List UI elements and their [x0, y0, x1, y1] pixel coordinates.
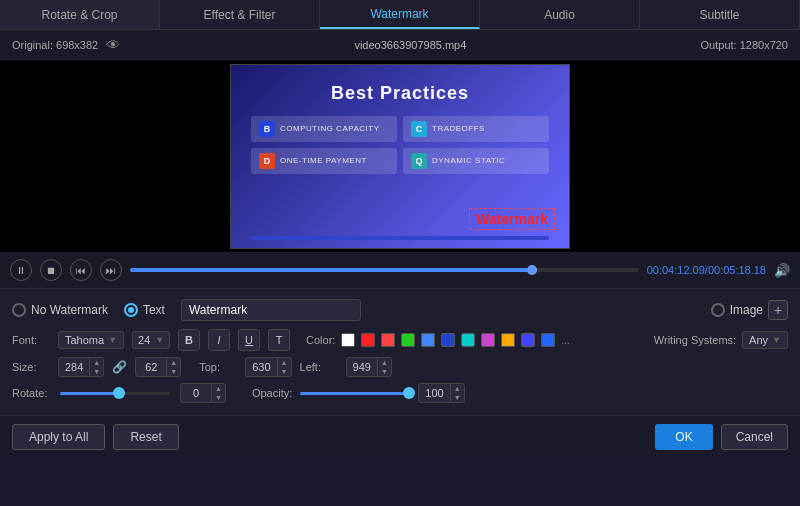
left-up[interactable]: ▲: [378, 358, 391, 367]
color-swatch-white[interactable]: [341, 333, 355, 347]
opacity-down[interactable]: ▼: [451, 393, 464, 402]
color-swatch-blue4[interactable]: [541, 333, 555, 347]
playback-row: ⏸ ⏹ ⏮ ⏭ 00:04:12.09/00:05:18.18 🔊: [0, 252, 800, 288]
left-buttons: Apply to All Reset: [12, 424, 179, 450]
apply-to-all-button[interactable]: Apply to All: [12, 424, 105, 450]
progress-bar[interactable]: [130, 268, 639, 272]
right-buttons: OK Cancel: [655, 424, 788, 450]
font-size-arrow[interactable]: ▼: [155, 335, 164, 345]
card-icon-q: Q: [411, 153, 427, 169]
opacity-value[interactable]: 100: [419, 385, 449, 401]
top-spinner: 630 ▲ ▼: [245, 357, 291, 377]
video-container: Best Practices B COMPUTING CAPACITY C TR…: [0, 60, 800, 252]
tab-audio[interactable]: Audio: [480, 0, 640, 29]
info-row: Original: 698x382 👁 video3663907985.mp4 …: [0, 30, 800, 60]
radio-no-watermark[interactable]: No Watermark: [12, 303, 108, 317]
color-swatch-red1[interactable]: [361, 333, 375, 347]
height-spinner: 62 ▲ ▼: [135, 357, 181, 377]
progress-fill: [130, 268, 537, 272]
rotate-down[interactable]: ▼: [212, 393, 225, 402]
underline-button[interactable]: U: [238, 329, 260, 351]
tab-rotate-crop[interactable]: Rotate & Crop: [0, 0, 160, 29]
image-option: Image +: [711, 300, 788, 320]
link-icon[interactable]: 🔗: [112, 360, 127, 374]
left-arrows: ▲ ▼: [377, 358, 391, 376]
opacity-up[interactable]: ▲: [451, 384, 464, 393]
opacity-thumb[interactable]: [403, 387, 415, 399]
bold-button[interactable]: B: [178, 329, 200, 351]
cancel-button[interactable]: Cancel: [721, 424, 788, 450]
prev-button[interactable]: ⏮: [70, 259, 92, 281]
radio-text[interactable]: Text: [124, 303, 165, 317]
top-value[interactable]: 630: [246, 359, 276, 375]
next-button[interactable]: ⏭: [100, 259, 122, 281]
opacity-slider[interactable]: [300, 385, 410, 401]
radio-circle-text: [124, 303, 138, 317]
video-card-3: Q DYNAMIC STATIC: [403, 148, 549, 174]
color-label: Color:: [306, 334, 335, 346]
color-swatch-orange[interactable]: [501, 333, 515, 347]
color-swatch-red2[interactable]: [381, 333, 395, 347]
add-image-button[interactable]: +: [768, 300, 788, 320]
color-swatch-green[interactable]: [401, 333, 415, 347]
rotate-slider[interactable]: [60, 385, 170, 401]
radio-image[interactable]: Image: [711, 303, 763, 317]
color-swatch-blue3[interactable]: [521, 333, 535, 347]
pause-button[interactable]: ⏸: [10, 259, 32, 281]
width-up[interactable]: ▲: [90, 358, 103, 367]
rotate-value-spinner: 0 ▲ ▼: [180, 383, 226, 403]
card-icon-d: D: [259, 153, 275, 169]
original-size: Original: 698x382: [12, 39, 98, 51]
tab-watermark[interactable]: Watermark: [320, 0, 480, 29]
stop-button[interactable]: ⏹: [40, 259, 62, 281]
width-down[interactable]: ▼: [90, 367, 103, 376]
top-up[interactable]: ▲: [278, 358, 291, 367]
italic-button[interactable]: I: [208, 329, 230, 351]
radio-circle-image: [711, 303, 725, 317]
reset-button[interactable]: Reset: [113, 424, 178, 450]
writing-systems-select[interactable]: Any ▼: [742, 331, 788, 349]
font-family-arrow: ▼: [108, 335, 117, 345]
left-down[interactable]: ▼: [378, 367, 391, 376]
color-swatch-blue1[interactable]: [421, 333, 435, 347]
video-card-1: C TRADEOFFS: [403, 116, 549, 142]
opacity-track: [300, 392, 410, 395]
font-size-box: 24 ▼: [132, 331, 170, 349]
size-row: Size: 284 ▲ ▼ 🔗 62 ▲ ▼ Top: 630 ▲ ▼: [12, 357, 788, 377]
height-arrows: ▲ ▼: [166, 358, 180, 376]
left-value[interactable]: 949: [347, 359, 377, 375]
watermark-mode-row: No Watermark Text Image +: [12, 299, 788, 321]
visibility-icon[interactable]: 👁: [106, 37, 120, 53]
more-colors-button[interactable]: ...: [561, 335, 569, 346]
rotate-up[interactable]: ▲: [212, 384, 225, 393]
watermark-overlay[interactable]: Watermark: [469, 208, 555, 230]
color-swatch-purple[interactable]: [481, 333, 495, 347]
filename-display: video3663907985.mp4: [120, 39, 700, 51]
height-value[interactable]: 62: [136, 359, 166, 375]
no-watermark-label: No Watermark: [31, 303, 108, 317]
left-label: Left:: [300, 361, 338, 373]
tab-subtitle[interactable]: Subtitle: [640, 0, 800, 29]
color-swatch-cyan[interactable]: [461, 333, 475, 347]
info-left: Original: 698x382 👁: [12, 37, 120, 53]
rotate-value[interactable]: 0: [181, 385, 211, 401]
extra-format-button[interactable]: T: [268, 329, 290, 351]
rotate-thumb[interactable]: [113, 387, 125, 399]
volume-icon[interactable]: 🔊: [774, 263, 790, 278]
font-label: Font:: [12, 334, 50, 346]
ok-button[interactable]: OK: [655, 424, 712, 450]
font-row: Font: Tahoma ▼ 24 ▼ B I U T Color: ...: [12, 329, 788, 351]
progress-thumb[interactable]: [527, 265, 537, 275]
rotate-fill: [60, 392, 115, 395]
color-swatch-blue2[interactable]: [441, 333, 455, 347]
opacity-value-spinner: 100 ▲ ▼: [418, 383, 464, 403]
height-up[interactable]: ▲: [167, 358, 180, 367]
width-value[interactable]: 284: [59, 359, 89, 375]
opacity-label: Opacity:: [252, 387, 292, 399]
top-down[interactable]: ▼: [278, 367, 291, 376]
card-text-2: ONE-TIME PAYMENT: [280, 156, 367, 165]
watermark-text-input[interactable]: [181, 299, 361, 321]
height-down[interactable]: ▼: [167, 367, 180, 376]
tab-effect-filter[interactable]: Effect & Filter: [160, 0, 320, 29]
font-family-select[interactable]: Tahoma ▼: [58, 331, 124, 349]
